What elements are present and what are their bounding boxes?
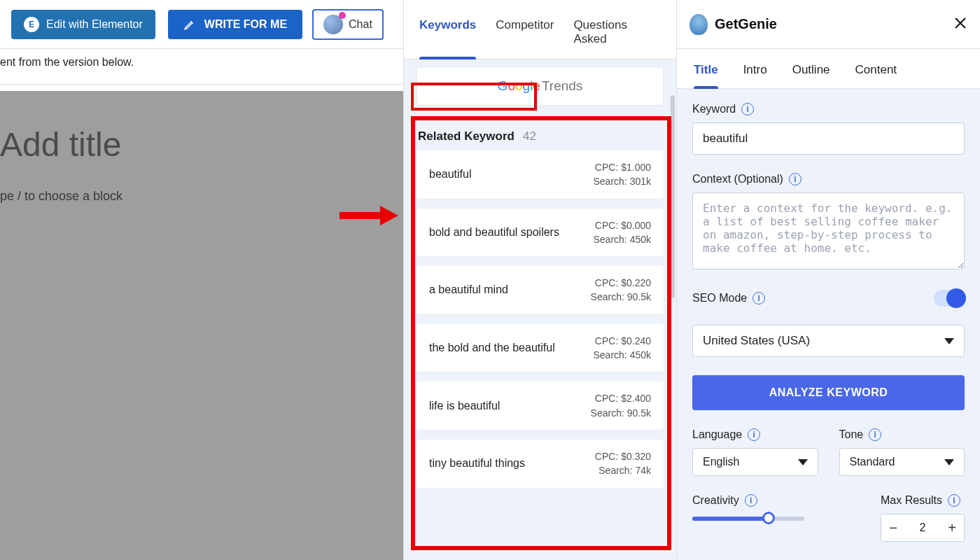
keyword-meta: CPC: $0.320 Search: 74k: [595, 449, 651, 478]
keyword-card[interactable]: beautiful CPC: $1.000 Search: 301k: [416, 150, 664, 199]
tab-outline[interactable]: Outline: [792, 63, 830, 88]
related-keyword-list: beautiful CPC: $1.000 Search: 301k bold …: [416, 150, 664, 488]
keyword-card[interactable]: a beautiful mind CPC: $0.220 Search: 90.…: [416, 266, 664, 314]
keyword-text: a beautiful mind: [429, 284, 508, 296]
chevron-down-icon: [798, 459, 808, 465]
max-results-label: Max Results i: [881, 494, 965, 507]
block-hint[interactable]: pe / to choose a block: [0, 189, 403, 204]
top-toolbar: E Edit with Elementor WRITE FOR ME Chat: [0, 0, 403, 49]
brand-name: GetGenie: [715, 16, 777, 32]
keyword-input[interactable]: [692, 122, 965, 155]
stepper-minus[interactable]: −: [881, 514, 905, 541]
keyword-text: bold and beautiful spoilers: [429, 226, 559, 239]
keyword-meta: CPC: $2.400 Search: 90.5k: [591, 391, 651, 420]
keyword-search: Search: 301k: [594, 174, 652, 188]
info-icon[interactable]: i: [752, 292, 765, 304]
keyword-search: Search: 450k: [594, 232, 652, 246]
chat-label: Chat: [349, 18, 372, 31]
keyword-label: Keyword i: [692, 103, 965, 115]
keyword-text: tiny beautiful things: [429, 457, 525, 470]
country-select[interactable]: United States (USA): [692, 325, 965, 357]
getgenie-panel: GetGenie Title Intro Outline Content Key…: [676, 0, 980, 560]
seo-mode-toggle[interactable]: [934, 290, 965, 307]
brand: GetGenie: [690, 14, 777, 35]
language-select[interactable]: English: [692, 448, 818, 476]
info-icon[interactable]: i: [869, 428, 881, 441]
keyword-meta: CPC: $0.240 Search: 450k: [594, 334, 652, 363]
creativity-label: Creativity i: [692, 494, 860, 507]
tab-questions[interactable]: Questions Asked: [573, 18, 661, 59]
write-label: WRITE FOR ME: [204, 18, 287, 31]
editor-body: ent from the version below. Add title pe…: [0, 49, 403, 560]
keyword-card[interactable]: bold and beautiful spoilers CPC: $0.000 …: [416, 209, 664, 257]
keyword-text: the bold and the beautiful: [429, 342, 555, 354]
keyword-cpc: CPC: $0.320: [595, 449, 651, 463]
country-value: United States (USA): [703, 334, 810, 348]
tab-intro[interactable]: Intro: [743, 63, 767, 88]
tone-value: Standard: [850, 456, 895, 468]
stepper-plus[interactable]: +: [940, 514, 964, 541]
language-value: English: [703, 456, 739, 468]
keyword-card[interactable]: tiny beautiful things CPC: $0.320 Search…: [416, 440, 664, 488]
revision-notice: ent from the version below.: [0, 49, 403, 84]
tab-competitor[interactable]: Competitor: [496, 18, 554, 59]
analyze-keyword-button[interactable]: ANALYZE KEYWORD: [692, 375, 965, 410]
keyword-card[interactable]: the bold and the beautiful CPC: $0.240 S…: [416, 324, 664, 372]
keyword-meta: CPC: $1.000 Search: 301k: [594, 160, 652, 189]
tone-label: Tone i: [839, 428, 965, 441]
google-trends-logo: GoogleTrends: [498, 78, 583, 94]
keyword-cpc: CPC: $0.240: [594, 334, 652, 348]
keyword-meta: CPC: $0.220 Search: 90.5k: [591, 276, 651, 304]
keywords-panel: Keywords Competitor Questions Asked Goog…: [403, 0, 676, 560]
info-icon[interactable]: i: [748, 428, 760, 441]
tone-select[interactable]: Standard: [839, 448, 965, 476]
keywords-body: GoogleTrends Related Keyword 42 beautifu…: [404, 59, 676, 560]
getgenie-body: Keyword i Context (Optional) i SEO Mode …: [677, 89, 980, 560]
google-trends-card[interactable]: GoogleTrends: [416, 66, 664, 106]
keyword-cpc: CPC: $1.000: [594, 160, 652, 174]
getgenie-logo-icon: [690, 14, 708, 35]
getgenie-tabs: Title Intro Outline Content: [677, 49, 980, 89]
info-icon[interactable]: i: [741, 103, 754, 115]
keyword-meta: CPC: $0.000 Search: 450k: [594, 218, 652, 247]
keyword-search: Search: 74k: [595, 463, 651, 477]
tab-content[interactable]: Content: [855, 63, 897, 88]
elementor-icon: E: [24, 17, 39, 32]
pen-icon: [183, 18, 196, 31]
context-textarea[interactable]: [692, 192, 965, 270]
getgenie-header: GetGenie: [677, 0, 980, 49]
chevron-down-icon: [944, 459, 954, 465]
keyword-text: life is beautiful: [429, 400, 500, 412]
creativity-slider[interactable]: [692, 517, 804, 521]
tab-title[interactable]: Title: [694, 63, 718, 88]
max-results-stepper[interactable]: − 2 +: [881, 514, 965, 542]
related-keyword-header: Related Keyword 42: [416, 127, 664, 150]
write-for-me-button[interactable]: WRITE FOR ME: [168, 10, 302, 39]
post-title-input[interactable]: Add title: [0, 125, 403, 164]
related-keyword-count: 42: [523, 130, 536, 144]
tab-keywords[interactable]: Keywords: [419, 18, 476, 59]
edit-elementor-button[interactable]: E Edit with Elementor: [11, 10, 155, 39]
info-icon[interactable]: i: [745, 494, 757, 507]
keyword-cpc: CPC: $0.000: [594, 218, 652, 232]
keyword-search: Search: 450k: [594, 348, 652, 362]
stepper-value: 2: [905, 522, 940, 534]
context-label: Context (Optional) i: [692, 173, 965, 186]
keyword-search: Search: 90.5k: [591, 290, 651, 304]
language-label: Language i: [692, 428, 818, 441]
keywords-tabs: Keywords Competitor Questions Asked: [404, 0, 676, 59]
keyword-text: beautiful: [429, 168, 472, 181]
info-icon[interactable]: i: [789, 173, 802, 186]
related-keyword-label: Related Keyword: [418, 130, 514, 144]
keyword-card[interactable]: life is beautiful CPC: $2.400 Search: 90…: [416, 382, 664, 430]
scrollbar-thumb[interactable]: [671, 95, 675, 298]
keyword-cpc: CPC: $0.220: [591, 276, 651, 290]
chat-button[interactable]: Chat: [312, 9, 384, 40]
chat-avatar-icon: [323, 15, 343, 34]
close-button[interactable]: [953, 13, 967, 35]
elementor-label: Edit with Elementor: [46, 18, 143, 31]
info-icon[interactable]: i: [948, 494, 960, 507]
close-icon: [953, 16, 967, 30]
keyword-cpc: CPC: $2.400: [591, 391, 651, 405]
keyword-search: Search: 90.5k: [591, 406, 651, 420]
